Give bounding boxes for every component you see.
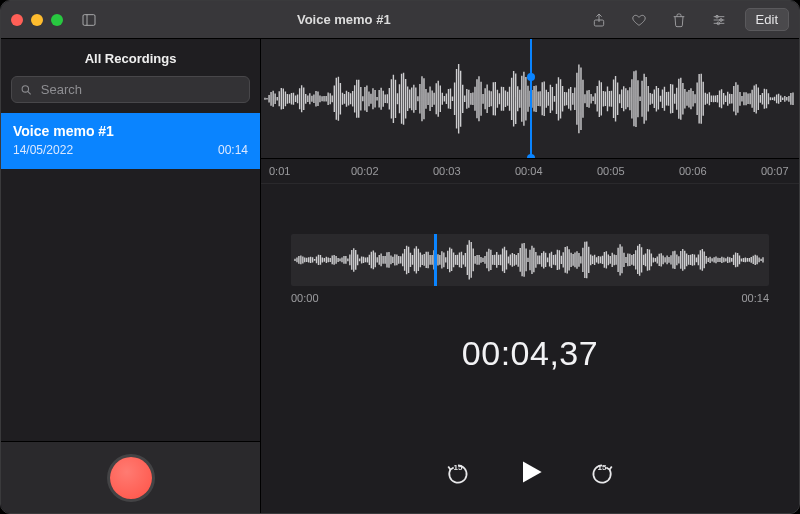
edit-button[interactable]: Edit: [745, 8, 789, 31]
titlebar-actions: Edit: [585, 8, 789, 32]
trim-end-label: 00:14: [741, 292, 769, 304]
svg-line-10: [28, 91, 31, 94]
recording-date: 14/05/2022: [13, 143, 73, 157]
waveform-small: [291, 234, 769, 286]
sidebar-header: All Recordings: [1, 39, 260, 76]
playhead[interactable]: [530, 39, 532, 158]
main-pane: 0:0100:0200:0300:0400:0500:0600:07 00:00…: [261, 39, 799, 513]
skip-forward-seconds: 15: [598, 463, 607, 472]
time-display: 00:04,37: [261, 334, 799, 373]
svg-point-9: [22, 85, 28, 91]
share-icon[interactable]: [585, 8, 613, 32]
app-window: Voice memo #1 Edit All Recordings: [0, 0, 800, 514]
ruler-tick: 00:05: [597, 165, 629, 177]
record-button[interactable]: [110, 457, 152, 499]
waveform-display[interactable]: [261, 39, 799, 159]
sidebar: All Recordings Voice memo #1 14/05/2022 …: [1, 39, 261, 513]
window-title: Voice memo #1: [111, 12, 577, 27]
recording-title: Voice memo #1: [13, 123, 248, 139]
close-window-button[interactable]: [11, 14, 23, 26]
ruler-tick: 0:01: [269, 165, 301, 177]
maximize-window-button[interactable]: [51, 14, 63, 26]
play-button[interactable]: [513, 455, 547, 489]
svg-rect-0: [83, 14, 95, 25]
search-icon: [20, 83, 33, 97]
recording-item[interactable]: Voice memo #1 14/05/2022 00:14: [1, 113, 260, 169]
trash-icon[interactable]: [665, 8, 693, 32]
svg-marker-11: [523, 462, 542, 483]
search-input[interactable]: [39, 81, 241, 98]
trim-playhead[interactable]: [434, 234, 437, 286]
ruler-tick: 00:07: [761, 165, 793, 177]
sidebar-toggle-icon[interactable]: [75, 8, 103, 32]
skip-back-seconds: 15: [454, 463, 463, 472]
ruler-tick: 00:02: [351, 165, 383, 177]
ruler-tick: 00:06: [679, 165, 711, 177]
playback-controls: 15 15: [261, 373, 799, 513]
ruler-tick: 00:03: [433, 165, 465, 177]
ruler-tick: 00:04: [515, 165, 547, 177]
trim-track[interactable]: [291, 234, 769, 286]
search-field[interactable]: [11, 76, 250, 103]
skip-forward-button[interactable]: 15: [587, 459, 617, 489]
recording-duration: 00:14: [218, 143, 248, 157]
heart-icon[interactable]: [625, 8, 653, 32]
sliders-icon[interactable]: [705, 8, 733, 32]
time-ruler: 0:0100:0200:0300:0400:0500:0600:07: [261, 159, 799, 184]
sidebar-footer: [1, 441, 260, 513]
minimize-window-button[interactable]: [31, 14, 43, 26]
traffic-lights: [11, 14, 63, 26]
trim-start-label: 00:00: [291, 292, 319, 304]
skip-back-button[interactable]: 15: [443, 459, 473, 489]
titlebar: Voice memo #1 Edit: [1, 1, 799, 39]
